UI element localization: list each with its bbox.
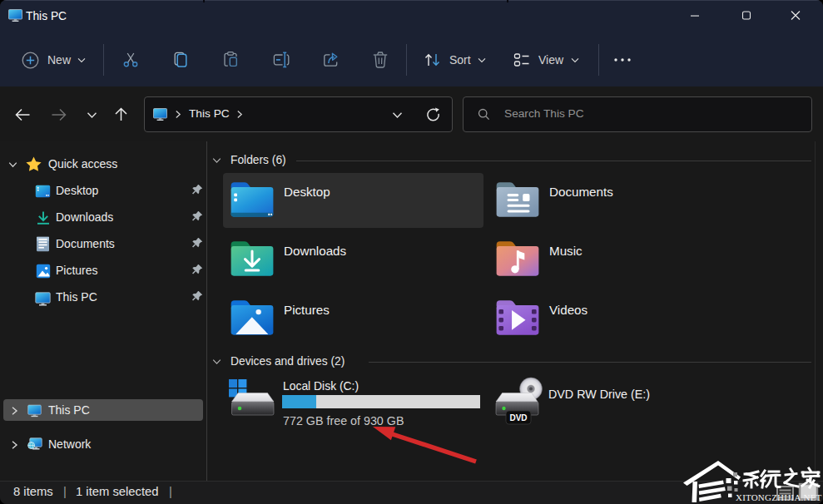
svg-text:DVD: DVD: [509, 413, 527, 422]
